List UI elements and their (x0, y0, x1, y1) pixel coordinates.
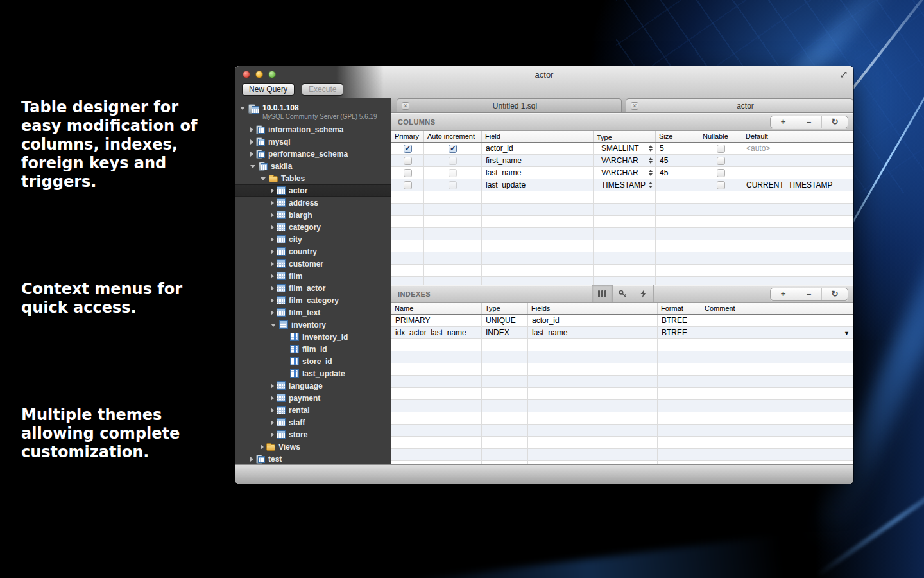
sidebar-item-last-update[interactable]: last_update (235, 367, 391, 380)
remove-column-button[interactable]: – (796, 116, 822, 128)
chevron-right-icon[interactable] (271, 249, 274, 254)
cell-nullable[interactable] (699, 167, 742, 179)
chevron-right-icon[interactable] (250, 457, 253, 462)
cell-auto-increment[interactable] (424, 167, 482, 179)
cell-nullable[interactable] (699, 179, 742, 191)
tab-untitled-sql[interactable]: ✕ Untitled 1.sql (397, 98, 622, 112)
indexes-view-button[interactable] (592, 285, 613, 302)
sidebar-item-sakila[interactable]: sakila (235, 160, 391, 172)
sidebar-item-inventory[interactable]: inventory (235, 319, 391, 331)
cell-field[interactable]: last_update (482, 179, 594, 191)
chevron-right-icon[interactable] (271, 298, 274, 303)
sidebar-item-test[interactable]: test (235, 453, 391, 464)
column-header-default[interactable]: Default (742, 131, 853, 142)
sidebar-item-film-actor[interactable]: film_actor (235, 282, 391, 294)
cell-auto-increment[interactable] (424, 143, 482, 154)
sidebar-item-category[interactable]: category (235, 221, 391, 233)
sidebar-item-mysql[interactable]: mysql (235, 136, 391, 148)
cell-index-type[interactable]: UNIQUE (482, 315, 528, 326)
index-header-comment[interactable]: Comment (701, 303, 853, 314)
chevron-right-icon[interactable] (271, 396, 274, 401)
chevron-right-icon[interactable] (271, 310, 274, 315)
auto-increment-checkbox-checked[interactable] (449, 144, 457, 153)
cell-field[interactable]: first_name (482, 155, 594, 166)
refresh-indexes-button[interactable]: ↻ (822, 288, 848, 300)
nullable-checkbox[interactable] (717, 144, 725, 153)
chevron-down-icon[interactable] (261, 177, 266, 180)
chevron-right-icon[interactable] (271, 274, 274, 279)
minimize-window-button[interactable] (255, 71, 263, 78)
sidebar-item-language[interactable]: language (235, 380, 391, 392)
sidebar-item-rental[interactable]: rental (235, 404, 391, 416)
sidebar-item-country[interactable]: country (235, 245, 391, 258)
sidebar-item-film-text[interactable]: film_text (235, 306, 391, 319)
chevron-right-icon[interactable] (271, 261, 274, 267)
index-row-primary[interactable]: PRIMARYUNIQUEactor_idBTREE (391, 315, 853, 327)
type-stepper[interactable] (649, 145, 653, 152)
primary-checkbox-checked[interactable] (404, 144, 412, 153)
close-window-button[interactable] (243, 71, 250, 78)
remove-index-button[interactable]: – (796, 288, 822, 300)
cell-primary[interactable] (391, 179, 424, 191)
chevron-right-icon[interactable] (250, 127, 253, 132)
cell-nullable[interactable] (699, 155, 742, 166)
sidebar-item-customer[interactable]: customer (235, 258, 391, 270)
sidebar-item-inventory-id[interactable]: inventory_id (235, 331, 391, 343)
sidebar-item-film[interactable]: film (235, 270, 391, 282)
dropdown-caret-icon[interactable]: ▼ (844, 330, 850, 337)
sidebar-item-views[interactable]: Views (235, 441, 391, 453)
chevron-right-icon[interactable] (271, 188, 274, 193)
cell-index-format[interactable]: BTREE (658, 327, 701, 338)
cell-auto-increment[interactable] (424, 155, 482, 166)
chevron-right-icon[interactable] (261, 444, 264, 450)
chevron-down-icon[interactable] (240, 107, 245, 110)
cell-index-name[interactable]: PRIMARY (391, 315, 482, 326)
index-header-format[interactable]: Format (658, 303, 701, 314)
chevron-right-icon[interactable] (271, 286, 274, 291)
cell-primary[interactable] (391, 155, 424, 166)
index-header-name[interactable]: Name (391, 303, 482, 314)
cell-field[interactable]: actor_id (482, 143, 594, 154)
close-icon[interactable]: ✕ (402, 102, 409, 110)
nullable-checkbox[interactable] (717, 157, 725, 165)
index-header-fields[interactable]: Fields (528, 303, 658, 314)
chevron-right-icon[interactable] (250, 152, 253, 157)
column-header-primary[interactable]: Primary (391, 131, 424, 142)
nullable-checkbox[interactable] (717, 181, 725, 189)
sidebar-item-actor[interactable]: actor (235, 184, 391, 197)
column-row-actor-id[interactable]: actor_idSMALLINT5<auto> (391, 143, 853, 155)
cell-default[interactable]: <auto> (742, 143, 853, 154)
cell-type[interactable]: VARCHAR (594, 167, 656, 179)
sidebar-item-tables[interactable]: Tables (235, 172, 391, 184)
sidebar-item-payment[interactable]: payment (235, 392, 391, 404)
column-row-last-update[interactable]: last_updateTIMESTAMPCURRENT_TIMESTAMP (391, 179, 853, 191)
chevron-down-icon[interactable] (271, 324, 276, 327)
titlebar[interactable]: actor New Query Execute (235, 66, 853, 98)
column-header-auto-increment[interactable]: Auto increment (424, 131, 482, 142)
type-stepper[interactable] (649, 157, 653, 164)
chevron-right-icon[interactable] (271, 383, 274, 389)
cell-size[interactable] (656, 179, 699, 191)
cell-type[interactable]: TIMESTAMP (594, 179, 656, 191)
sidebar-item-film-category[interactable]: film_category (235, 294, 391, 306)
chevron-right-icon[interactable] (271, 408, 274, 413)
cell-type[interactable]: SMALLINT (594, 143, 656, 154)
sidebar-item-address[interactable]: address (235, 197, 391, 209)
cell-index-type[interactable]: INDEX (482, 327, 528, 338)
nullable-checkbox[interactable] (717, 169, 725, 177)
chevron-right-icon[interactable] (250, 139, 253, 144)
index-header-type[interactable]: Type (482, 303, 528, 314)
new-query-button[interactable]: New Query (242, 83, 295, 96)
sidebar-item-staff[interactable]: staff (235, 416, 391, 428)
foreign-keys-button[interactable] (613, 285, 633, 302)
close-icon[interactable]: ✕ (631, 102, 638, 110)
cell-auto-increment[interactable] (424, 179, 482, 191)
cell-primary[interactable] (391, 143, 424, 154)
cell-nullable[interactable] (699, 143, 742, 154)
chevron-right-icon[interactable] (271, 237, 274, 242)
sidebar-item-city[interactable]: city (235, 233, 391, 245)
chevron-right-icon[interactable] (271, 225, 274, 230)
primary-checkbox[interactable] (404, 157, 412, 165)
sidebar-item-store[interactable]: store (235, 428, 391, 441)
sidebar-item-store-id[interactable]: store_id (235, 355, 391, 367)
